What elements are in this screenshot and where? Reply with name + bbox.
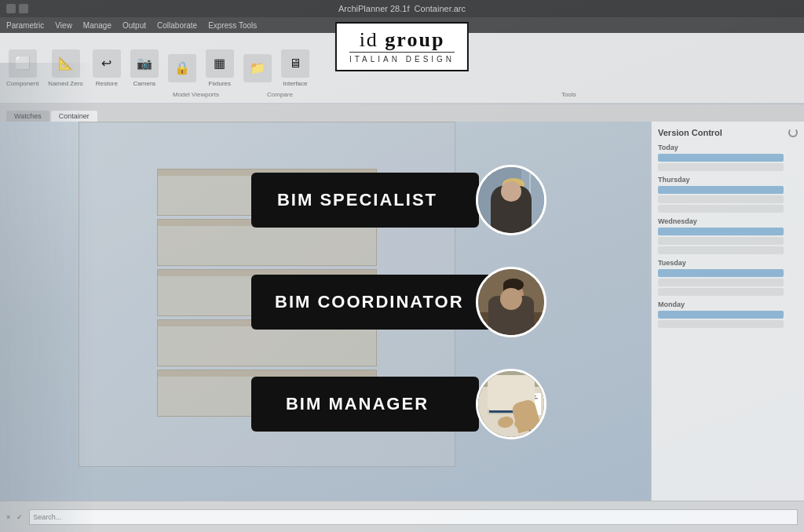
folder-icon[interactable]: 📁: [243, 54, 272, 82]
app-title: ArchiPlanner 28.1f: [338, 4, 410, 13]
svg-rect-25: [525, 400, 535, 402]
tab-bar: Watches Container: [0, 104, 804, 122]
thursday-label: Thursday: [658, 176, 798, 184]
monday-label: Monday: [658, 301, 798, 308]
ribbon-group-fixtures: ▦ Fixtures: [206, 49, 234, 87]
tuesday-item-3: [658, 288, 784, 296]
svg-rect-14: [503, 283, 507, 296]
svg-rect-24: [525, 398, 538, 399]
lock-icon[interactable]: 🔒: [168, 54, 196, 82]
bim-specialist-label: BIM SPECIALIST: [277, 190, 437, 210]
fixtures-label: Fixtures: [209, 80, 231, 87]
logo-text: id group: [360, 30, 445, 50]
win-icon: [6, 4, 16, 13]
right-panel: Version Control Today Thursday Wednesday…: [651, 122, 804, 501]
role-card-specialist[interactable]: BIM SPECIALIST: [251, 173, 503, 228]
svg-point-5: [502, 178, 524, 191]
panel-section-today: Today: [658, 144, 798, 171]
svg-rect-18: [489, 392, 519, 413]
file-name: Container.arc: [415, 4, 466, 13]
compare-label: Compare: [267, 91, 293, 98]
svg-rect-21: [491, 400, 508, 402]
svg-rect-3: [502, 202, 525, 233]
bim-manager-pill[interactable]: BIM MANAGER: [251, 377, 479, 432]
bim-manager-avatar: [476, 369, 546, 439]
bim-manager-label: BIM MANAGER: [286, 394, 429, 414]
panel-section-monday: Monday: [658, 301, 798, 328]
coordinator-avatar-image: [478, 269, 544, 335]
model-viewports-label: Model Viewports: [173, 91, 219, 98]
manager-avatar-image: [478, 371, 544, 437]
tools-label: Tools: [561, 91, 576, 98]
menu-collaborate[interactable]: Collaborate: [157, 21, 197, 30]
svg-rect-22: [524, 393, 541, 415]
fixtures-icon[interactable]: ▦: [206, 49, 234, 78]
tuesday-item-1: [658, 269, 784, 277]
panel-section-tuesday: Tuesday: [658, 259, 798, 296]
menu-output[interactable]: Output: [122, 21, 146, 30]
thursday-item-2: [658, 195, 784, 203]
svg-rect-23: [525, 395, 536, 397]
wednesday-item-2: [658, 237, 784, 245]
today-label: Today: [658, 144, 798, 151]
ribbon-group-camera: 📷 Camera: [130, 49, 159, 87]
monday-item-1: [658, 311, 784, 319]
camera-icon[interactable]: 📷: [130, 49, 159, 78]
logo-subtitle: ITALIAN DESIGN: [349, 52, 455, 64]
thursday-item-1: [658, 186, 784, 194]
svg-rect-2: [529, 171, 531, 233]
bim-coordinator-avatar: [476, 267, 546, 337]
person-silhouette: [0, 63, 94, 532]
manager-svg: [478, 371, 544, 437]
version-control-title: Version Control: [658, 128, 798, 137]
bottom-bar: × ✓: [0, 501, 804, 532]
interface-label: Interface: [283, 80, 307, 87]
wednesday-label: Wednesday: [658, 217, 798, 225]
menu-parametric[interactable]: Parametric: [6, 21, 44, 30]
today-item-2: [658, 163, 784, 171]
menu-manage[interactable]: Manage: [83, 21, 111, 30]
bim-coordinator-label: BIM COORDINATOR: [275, 292, 464, 312]
svg-rect-10: [517, 301, 528, 319]
svg-rect-6: [502, 183, 507, 197]
command-search-input[interactable]: [29, 509, 798, 525]
panel-section-wednesday: Wednesday: [658, 217, 798, 254]
title-bar: ArchiPlanner 28.1f Container.arc: [0, 0, 804, 17]
thursday-item-3: [658, 205, 784, 213]
role-card-coordinator[interactable]: BIM COORDINATOR: [251, 275, 503, 330]
role-cards-container: BIM SPECIALIST: [251, 173, 503, 432]
camera-label: Camera: [133, 80, 155, 87]
coordinator-svg: [478, 269, 544, 335]
logo-container: id group ITALIAN DESIGN: [335, 22, 469, 71]
monday-item-2: [658, 320, 784, 328]
back-icon: [19, 4, 28, 13]
panel-section-thursday: Thursday: [658, 176, 798, 213]
svg-rect-20: [491, 398, 506, 399]
svg-point-11: [517, 297, 530, 308]
bim-specialist-pill[interactable]: BIM SPECIALIST: [251, 173, 479, 228]
bim-specialist-avatar: [476, 165, 546, 235]
tuesday-label: Tuesday: [658, 259, 798, 267]
role-card-manager[interactable]: BIM MANAGER: [251, 377, 503, 432]
ribbon-group-folder: 📁: [243, 54, 272, 82]
ribbon-group-lock: 🔒: [168, 54, 196, 82]
menu-express[interactable]: Express Tools: [208, 21, 257, 30]
bim-coordinator-pill[interactable]: BIM COORDINATOR: [251, 275, 503, 330]
ribbon-group-interface: 🖥 Interface: [281, 49, 309, 87]
wednesday-item-3: [658, 246, 784, 254]
restore-icon[interactable]: ↩: [93, 49, 121, 78]
refresh-icon[interactable]: [788, 128, 798, 137]
ribbon-group-restore: ↩ Restore: [93, 49, 121, 87]
title-bar-controls: [6, 4, 28, 13]
today-item-1: [658, 154, 784, 162]
interface-icon[interactable]: 🖥: [281, 49, 309, 78]
specialist-svg: [478, 167, 544, 233]
restore-label: Restore: [96, 80, 118, 87]
specialist-avatar-image: [478, 167, 544, 233]
tuesday-item-2: [658, 279, 784, 286]
wednesday-item-1: [658, 228, 784, 235]
menu-view[interactable]: View: [55, 21, 72, 30]
svg-rect-9: [498, 308, 529, 335]
svg-rect-19: [491, 395, 510, 396]
svg-point-4: [502, 182, 524, 207]
